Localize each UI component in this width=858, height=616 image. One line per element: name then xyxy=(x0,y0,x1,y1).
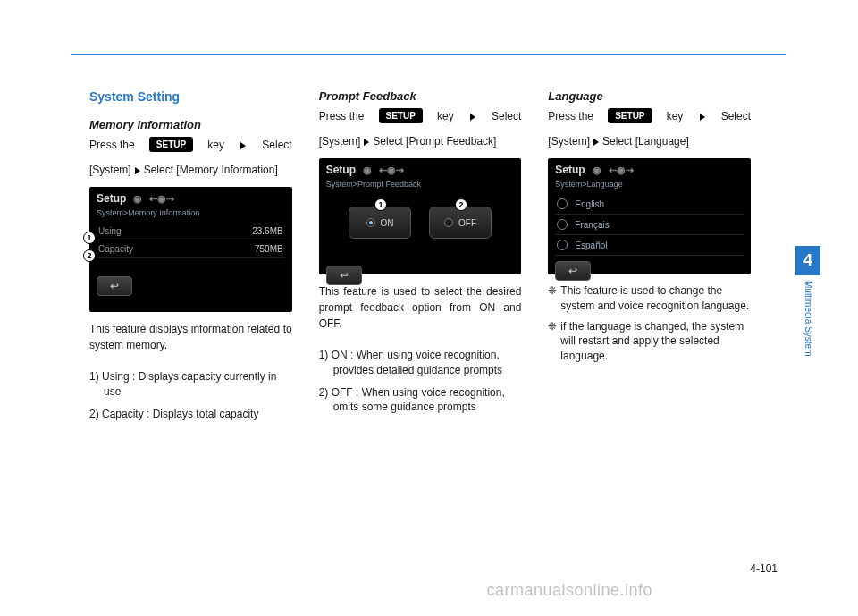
disc-icon: ◉ xyxy=(593,165,601,176)
back-button[interactable]: ↩ xyxy=(326,266,362,285)
page-content: System Setting Memory Information Press … xyxy=(89,89,751,428)
text: Press the xyxy=(89,137,135,153)
text: [System] xyxy=(548,133,590,149)
memory-row-capacity: Capacity 750MB xyxy=(97,240,285,258)
triangle-icon xyxy=(240,142,246,149)
bullet-icon: ❈ xyxy=(548,284,557,297)
text: Select xyxy=(492,108,521,124)
screen-topbar: Setup ◉ ⇠◉⇢ xyxy=(326,164,515,176)
text: This feature is used to change the syste… xyxy=(560,284,749,312)
label: Español xyxy=(575,240,607,250)
lang-row-espanol[interactable]: Español xyxy=(555,235,744,256)
chapter-label: Multimedia System xyxy=(803,281,813,356)
triangle-icon xyxy=(593,139,599,146)
triangle-icon xyxy=(470,114,475,121)
controls-icon: ⇠◉⇢ xyxy=(149,193,174,205)
radio-on-icon xyxy=(366,218,375,227)
prompt-item-1: 1) ON : When using voice recognition, pr… xyxy=(319,348,522,378)
value: 750MB xyxy=(255,244,283,254)
col-memory: System Setting Memory Information Press … xyxy=(89,89,292,428)
chapter-number: 4 xyxy=(795,246,820,275)
text: [System] xyxy=(89,162,131,178)
language-crumb-line: [System] Select [Language] xyxy=(548,133,751,149)
col-prompt: Prompt Feedback Press the SETUP key Sele… xyxy=(319,89,522,428)
radio-off-icon xyxy=(444,218,453,227)
memory-crumb-line: [System] Select [Memory Information] xyxy=(89,162,292,178)
controls-icon: ⇠◉⇢ xyxy=(609,165,634,176)
language-screenshot: Setup ◉ ⇠◉⇢ System>Language English Fran… xyxy=(548,158,751,274)
prompt-title: Prompt Feedback xyxy=(319,89,522,103)
controls-icon: ⇠◉⇢ xyxy=(379,165,404,176)
text: Select [Prompt Feedback] xyxy=(373,133,496,149)
prompt-desc: This feature is used to select the desir… xyxy=(319,283,522,332)
text: key xyxy=(667,108,684,124)
back-button[interactable]: ↩ xyxy=(97,276,132,296)
memory-desc: This feature displays information relate… xyxy=(89,321,292,353)
memory-item-1: 1) Using : Displays capacity currently i… xyxy=(89,369,292,400)
top-rule xyxy=(72,54,786,55)
annotation-1: 1 xyxy=(83,232,96,244)
lang-row-english[interactable]: English xyxy=(555,194,744,215)
text: key xyxy=(437,108,454,124)
text: Press the xyxy=(319,108,365,124)
label: English xyxy=(575,199,604,209)
screen-breadcrumb: System>Language xyxy=(555,180,744,189)
label: Capacity xyxy=(98,244,133,254)
prompt-off-button[interactable]: 2 OFF xyxy=(429,207,492,239)
chapter-tab: 4 Multimedia System xyxy=(795,246,820,356)
bullet-icon: ❈ xyxy=(548,320,557,333)
prompt-crumb-line: [System] Select [Prompt Feedback] xyxy=(319,133,522,149)
annotation-2: 2 xyxy=(83,249,96,262)
prompt-screenshot: Setup ◉ ⇠◉⇢ System>Prompt Feedback 1 ON … xyxy=(319,158,522,274)
disc-icon: ◉ xyxy=(363,165,372,176)
text: [System] xyxy=(319,133,361,149)
text: Select [Language] xyxy=(602,133,689,149)
triangle-icon xyxy=(700,114,705,121)
prompt-item-2: 2) OFF : When using voice recognition, o… xyxy=(319,385,522,416)
back-button[interactable]: ↩ xyxy=(555,261,591,281)
language-bullet-1: ❈This feature is used to change the syst… xyxy=(548,283,751,314)
annotation-1: 1 xyxy=(374,198,387,211)
language-title: Language xyxy=(548,89,751,103)
memory-screenshot: Setup ◉ ⇠◉⇢ System>Memory Information Us… xyxy=(89,187,292,312)
radio-icon xyxy=(557,219,568,230)
annotation-2: 2 xyxy=(455,198,467,211)
radio-icon xyxy=(557,198,568,209)
section-heading: System Setting xyxy=(89,89,292,104)
disc-icon: ◉ xyxy=(133,193,142,205)
col-language: Language Press the SETUP key Select [Sys… xyxy=(548,89,751,428)
text: Press the xyxy=(548,108,593,124)
label: ON xyxy=(381,218,394,228)
radio-icon xyxy=(557,240,568,250)
memory-row-using: Using 23.6MB xyxy=(97,223,285,240)
setup-key-badge: SETUP xyxy=(149,137,193,152)
language-press-line: Press the SETUP key Select xyxy=(548,108,751,124)
label: Français xyxy=(575,220,609,230)
language-bullet-2: ❈if the language is changed, the system … xyxy=(548,319,751,364)
triangle-icon xyxy=(135,167,140,174)
screen-title: Setup xyxy=(326,164,356,176)
screen-title: Setup xyxy=(555,164,585,176)
text: key xyxy=(207,137,224,153)
lang-row-francais[interactable]: Français xyxy=(555,215,744,235)
triangle-icon xyxy=(364,139,369,146)
screen-breadcrumb: System>Memory Information xyxy=(97,208,285,217)
prompt-on-button[interactable]: 1 ON xyxy=(349,207,411,239)
text: Select xyxy=(262,137,291,153)
value: 23.6MB xyxy=(252,226,282,236)
memory-press-line: Press the SETUP key Select xyxy=(89,137,292,153)
prompt-buttons: 1 ON 2 OFF xyxy=(326,194,515,248)
label: Using xyxy=(98,226,122,236)
setup-key-badge: SETUP xyxy=(608,108,652,123)
text: Select xyxy=(721,108,751,124)
screen-topbar: Setup ◉ ⇠◉⇢ xyxy=(97,192,285,205)
text: if the language is changed, the system w… xyxy=(560,320,744,363)
memory-title: Memory Information xyxy=(89,118,292,131)
label: OFF xyxy=(458,218,476,228)
memory-item-2: 2) Capacity : Displays total capacity xyxy=(89,407,292,422)
screen-breadcrumb: System>Prompt Feedback xyxy=(326,180,515,189)
watermark: carmanualsonline.info xyxy=(486,581,652,600)
page-number: 4-101 xyxy=(750,562,778,575)
text: Select [Memory Information] xyxy=(144,162,278,178)
prompt-press-line: Press the SETUP key Select xyxy=(319,108,522,124)
